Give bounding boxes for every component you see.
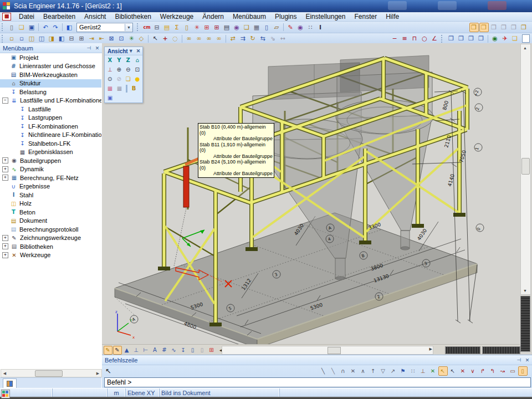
draw-polyline-icon[interactable]: ╲ [329, 366, 338, 376]
tree-item-ergebnisse[interactable]: ∪ Ergebnisse [0, 182, 101, 191]
span-dimension-icon[interactable]: ⊓ [410, 34, 420, 43]
tree-item-lf-kombinationen[interactable]: ↧ LF-Kombinationen [0, 122, 101, 131]
palette-separator[interactable] [126, 85, 127, 93]
units-icon[interactable]: cm [142, 23, 152, 32]
scrollbar-thumb[interactable] [35, 370, 63, 377]
ortho-icon[interactable]: ▯ [518, 366, 528, 376]
eye-icon[interactable]: ◉ [490, 34, 500, 43]
close-viewport-icon[interactable]: ◧ [65, 23, 74, 32]
frame-table-icon[interactable]: ⊞ [212, 23, 222, 32]
view-labels-icon[interactable]: ∞ [214, 34, 224, 43]
close-icon[interactable]: ✕ [135, 48, 141, 55]
copy-icon[interactable]: ⇉ [238, 34, 248, 43]
cursor-cross-icon[interactable]: ✕ [458, 366, 468, 376]
scale-icon[interactable]: ⇘ [268, 34, 278, 43]
close-icon[interactable]: ✕ [524, 356, 531, 364]
refresh-icon[interactable]: ✳ [127, 34, 136, 43]
labels-icon[interactable]: A [151, 346, 160, 355]
circle-dimension-icon[interactable]: ○ [420, 34, 429, 43]
cursor-default-icon[interactable]: ↖ [448, 366, 458, 376]
view-loads-icon[interactable]: ∞ [204, 34, 214, 43]
view-x-icon[interactable]: X [105, 55, 115, 65]
status-cell-rest[interactable] [280, 388, 532, 397]
ucs-snap-icon[interactable]: ⊥ [418, 366, 428, 376]
calculator-icon[interactable]: ▦ [252, 23, 262, 32]
print-preview-icon[interactable]: ◉ [232, 23, 242, 32]
tree-item-nichtlineare-lf[interactable]: ↧ Nichtlineare LF-Kombinatio [0, 131, 101, 140]
zoom-previous-icon[interactable]: ⊘ [115, 74, 124, 84]
snap-midpoint-icon[interactable]: ↑ [369, 366, 378, 376]
status-cell-plane[interactable]: Ebene XY [126, 388, 160, 397]
select-labels-icon[interactable]: ◨ [47, 34, 57, 43]
render-image-icon[interactable]: ▦ [105, 84, 115, 93]
numbers-icon[interactable]: # [160, 346, 169, 355]
cursor-select-icon[interactable]: ↖ [151, 34, 160, 43]
snap-tangent-icon[interactable]: ↗ [388, 366, 398, 376]
render-solid-icon[interactable]: ✎ [113, 346, 122, 355]
tree-item-dokument[interactable]: ▤ Dokument [0, 217, 101, 226]
tree-item-projekt[interactable]: ▣ Projekt [0, 53, 101, 62]
pin-icon[interactable]: ⊤ [85, 44, 93, 52]
load-display-icon[interactable]: ⊥ [132, 346, 141, 355]
select-nodes-icon[interactable]: ▫ [17, 34, 27, 43]
rotate-icon[interactable]: ↻ [248, 34, 258, 43]
zoom-all-icon[interactable]: ⊙ [105, 74, 115, 84]
viewport-new-icon[interactable]: ❐ [447, 34, 456, 43]
tree-item-beton[interactable]: T Beton [0, 208, 101, 217]
shrink-members-icon[interactable]: ◇ [137, 34, 146, 43]
flag-icon[interactable]: ⚑ [398, 366, 408, 376]
scroll-down-icon[interactable]: ▼ [521, 287, 529, 294]
show-all-icon[interactable]: ⊡ [117, 34, 126, 43]
paintbrush-icon[interactable]: ✎ [286, 23, 295, 32]
status-cell-snap[interactable] [53, 388, 108, 397]
cursor-rotate-icon[interactable]: ↱ [478, 366, 488, 376]
scroll-right-icon[interactable]: ▶ [429, 347, 432, 351]
tree-item-stahl[interactable]: I Stahl [0, 191, 101, 200]
view-members-icon[interactable]: ∞ [185, 34, 194, 43]
plane-icon[interactable]: ✈ [500, 34, 510, 43]
grid-table-icon[interactable]: ⊞ [202, 23, 212, 32]
zoom-in-icon[interactable]: ⊕ [115, 65, 124, 74]
expander-icon[interactable]: + [2, 235, 8, 241]
snap-perpendicular-icon[interactable]: ▽ [378, 366, 388, 376]
cursor-snap-icon[interactable]: ↖ [438, 366, 448, 376]
redo-icon[interactable]: ↷ [51, 23, 60, 32]
win-cascade-icon[interactable]: ❐ [499, 23, 509, 32]
win-active-icon[interactable]: ❐ [479, 23, 489, 32]
select-surfaces-icon[interactable]: ◫ [27, 34, 37, 43]
scrollbar-thumb[interactable] [328, 347, 341, 354]
grid-view-icon[interactable]: ⊞ [207, 346, 216, 355]
taskbar-corner-icon[interactable] [1, 390, 10, 398]
print-icon[interactable]: ▤ [222, 23, 232, 32]
view-nodes-icon[interactable]: ∞ [195, 34, 204, 43]
select-loads-icon[interactable]: ◫ [37, 34, 47, 43]
elevation-dimension-icon[interactable]: ≡ [400, 34, 410, 43]
grid-snap-icon[interactable]: ∷ [408, 366, 418, 376]
menu-item[interactable]: Hilfe [381, 13, 403, 21]
viewport-copy-icon[interactable]: ❐ [457, 34, 466, 43]
menu-item[interactable]: Ansicht [80, 13, 110, 21]
open-folder-icon[interactable]: ❏ [17, 23, 27, 32]
expander-icon[interactable]: + [2, 252, 8, 258]
menu-item[interactable]: Ändern [198, 13, 228, 21]
pin-icon[interactable]: ⊤ [515, 356, 523, 364]
cursor-vertex-icon[interactable]: ∨ [468, 366, 478, 376]
tree-item-lastgruppen[interactable]: ↧ Lastgruppen [0, 114, 101, 122]
scroll-up-icon[interactable]: ▲ [521, 44, 529, 52]
new-document-icon[interactable]: ▯ [7, 23, 17, 32]
tree-item-werkzeuge[interactable]: + ✕ Werkzeuge [0, 251, 101, 260]
tree-item-berechnung-fe-netz[interactable]: + ▦ Berechnung, FE-Netz [0, 173, 101, 182]
tree-item-dynamik[interactable]: + ∿ Dynamik [0, 165, 101, 174]
selected-member[interactable] [183, 166, 189, 207]
clip-end-icon[interactable]: ⇤ [97, 34, 106, 43]
stretch-icon[interactable]: ↔ [278, 34, 288, 43]
cursor-jump-icon[interactable]: ↝ [498, 366, 508, 376]
menu-item[interactable]: Menübaum [228, 13, 270, 21]
menu-item[interactable]: Bearbeiten [39, 13, 80, 21]
win-horizontal-icon[interactable]: ❐ [509, 23, 519, 32]
menu-item[interactable]: Fenster [350, 13, 381, 21]
supports-icon[interactable]: ⊢ [141, 346, 150, 355]
ucs-icon[interactable]: ⊥ [105, 65, 115, 74]
win-single-icon[interactable]: ❐ [469, 23, 479, 32]
tree-item-belastung[interactable]: ↧ Belastung [0, 88, 101, 96]
